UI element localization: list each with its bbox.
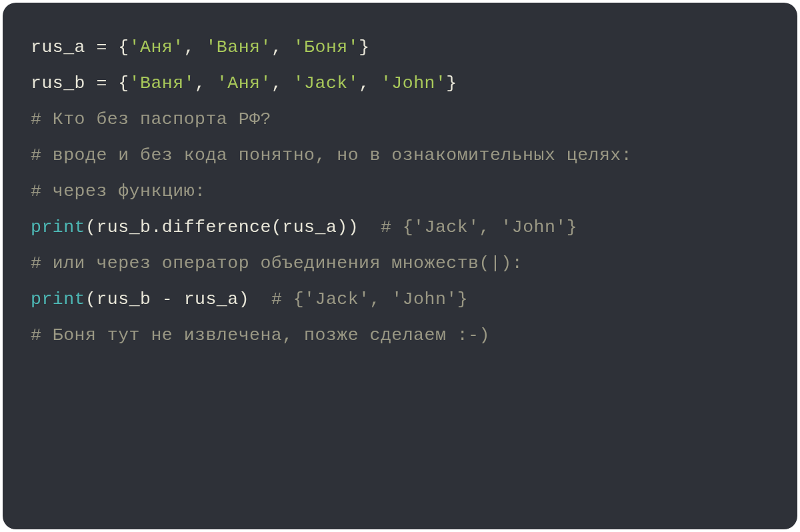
argument: rus_b - rus_a (96, 289, 238, 309)
paren: ) (348, 217, 359, 237)
comma: , (195, 73, 217, 93)
comment: # {'Jack', 'John'} (381, 217, 577, 237)
comma: , (184, 37, 206, 57)
string: 'Боня' (293, 37, 359, 57)
code-line-13: # Боня тут не извлечена, позже сделаем :… (31, 317, 769, 353)
paren: ( (85, 289, 96, 309)
variable: rus_b (31, 73, 85, 93)
string: 'John' (381, 73, 446, 93)
comment: # Кто без паспорта РФ? (31, 109, 271, 129)
argument: rus_b.difference(rus_a) (96, 217, 347, 237)
operator: = (85, 37, 118, 57)
comment: # или через оператор объединения множест… (31, 253, 523, 273)
code-line-7: # через функцию: (31, 173, 769, 209)
operator: = (85, 73, 118, 93)
code-block: rus_a = {'Аня', 'Ваня', 'Боня'} rus_b = … (3, 3, 797, 529)
function-call: print (31, 289, 85, 309)
code-line-2: rus_b = {'Ваня', 'Аня', 'Jack', 'John'} (31, 65, 769, 101)
comma: , (271, 73, 293, 93)
string: 'Ваня' (205, 37, 271, 57)
brace: { (118, 37, 129, 57)
string: 'Аня' (217, 73, 271, 93)
code-line-5: # вроде и без кода понятно, но в ознаком… (31, 137, 769, 173)
code-line-11: print(rus_b - rus_a) # {'Jack', 'John'} (31, 281, 769, 317)
code-line-1: rus_a = {'Аня', 'Ваня', 'Боня'} (31, 29, 769, 65)
code-line-10: # или через оператор объединения множест… (31, 245, 769, 281)
comma: , (359, 73, 381, 93)
comma: , (271, 37, 293, 57)
brace: { (118, 73, 129, 93)
comment: # {'Jack', 'John'} (271, 289, 468, 309)
comment: # Боня тут не извлечена, позже сделаем :… (31, 325, 490, 345)
string: 'Аня' (129, 37, 184, 57)
paren: ) (239, 289, 249, 309)
string: 'Jack' (293, 73, 359, 93)
comment: # через функцию: (31, 181, 205, 201)
code-line-4: # Кто без паспорта РФ? (31, 101, 769, 137)
brace: } (359, 37, 369, 57)
comment: # вроде и без кода понятно, но в ознаком… (31, 145, 632, 165)
function-call: print (31, 217, 85, 237)
variable: rus_a (31, 37, 85, 57)
padding (359, 217, 381, 237)
padding (249, 289, 271, 309)
brace: } (446, 73, 457, 93)
string: 'Ваня' (129, 73, 195, 93)
code-line-8: print(rus_b.difference(rus_a)) # {'Jack'… (31, 209, 769, 245)
paren: ( (85, 217, 96, 237)
